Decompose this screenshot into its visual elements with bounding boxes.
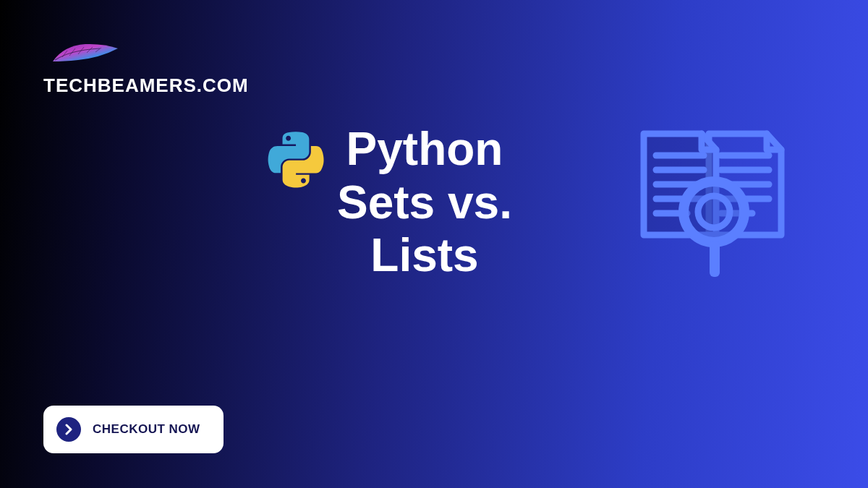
document-search-icon (633, 127, 799, 285)
feather-icon (49, 40, 249, 70)
checkout-label: CHECKOUT NOW (93, 422, 200, 437)
site-logo: TECHBEAMERS.COM (43, 40, 249, 97)
hero-section: Python Sets vs. Lists (268, 123, 512, 283)
svg-point-10 (684, 181, 744, 242)
python-logo-icon (268, 132, 324, 191)
svg-rect-12 (710, 241, 720, 277)
checkout-button[interactable]: CHECKOUT NOW (43, 406, 224, 453)
chevron-right-icon (56, 417, 81, 442)
brand-name: TECHBEAMERS.COM (43, 74, 249, 97)
page-title: Python Sets vs. Lists (337, 123, 512, 283)
